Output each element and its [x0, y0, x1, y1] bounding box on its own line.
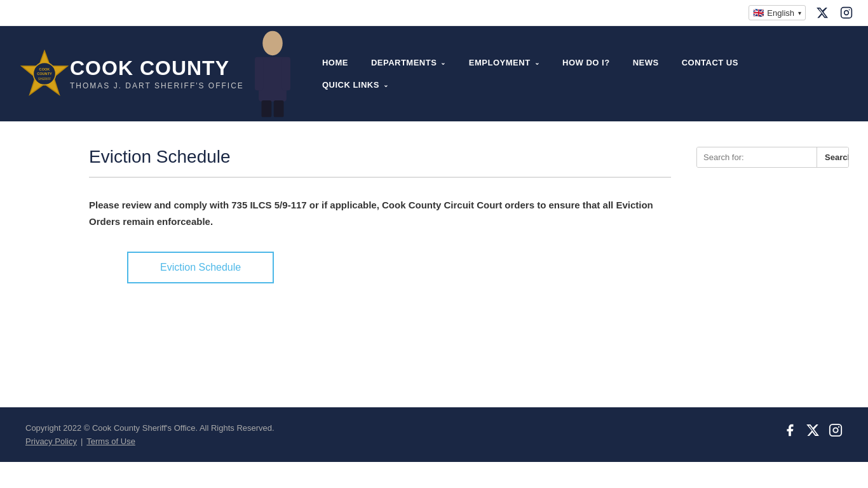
copyright-text: Copyright 2022 © Cook County Sheriff's O…	[25, 423, 275, 433]
chevron-down-icon: ▾	[798, 10, 801, 17]
svg-rect-13	[274, 100, 284, 117]
nav-departments[interactable]: DEPARTMENTS ⌄	[360, 51, 458, 74]
nav-contact-us[interactable]: CONTACT US	[670, 51, 750, 74]
search-button[interactable]: Search	[817, 147, 849, 167]
privacy-policy-link[interactable]: Privacy Policy	[25, 437, 77, 446]
content-area: Eviction Schedule Please review and comp…	[89, 147, 671, 369]
terms-of-use-link[interactable]: Terms of Use	[86, 437, 135, 446]
chevron-down-icon: ⌄	[534, 59, 540, 66]
twitter-icon-top[interactable]	[813, 4, 831, 22]
chevron-down-icon: ⌄	[440, 59, 446, 66]
svg-point-8	[262, 31, 283, 56]
site-header: COOK COUNTY SHERIFF COOK COUNTY THOMAS J…	[0, 26, 868, 121]
svg-rect-10	[255, 57, 263, 91]
org-name: COOK COUNTY	[70, 57, 244, 79]
nav-home[interactable]: HOME	[311, 51, 360, 74]
top-bar: 🇬🇧 English ▾	[0, 0, 868, 26]
svg-point-1	[844, 11, 849, 15]
svg-text:SHERIFF: SHERIFF	[38, 78, 51, 81]
svg-point-2	[849, 10, 850, 11]
sidebar: Search	[696, 147, 849, 369]
facebook-icon-footer[interactable]	[783, 423, 797, 440]
svg-point-15	[833, 428, 837, 432]
nav-employment[interactable]: EMPLOYMENT ⌄	[458, 51, 551, 74]
nav-how-do-i[interactable]: HOW DO I?	[551, 51, 621, 74]
language-label: English	[767, 8, 794, 18]
svg-rect-11	[282, 57, 290, 91]
main-nav: HOME DEPARTMENTS ⌄ EMPLOYMENT ⌄ HOW DO I…	[298, 51, 849, 96]
search-box: Search	[696, 147, 849, 168]
site-footer: Copyright 2022 © Cook County Sheriff's O…	[0, 407, 868, 462]
instagram-icon-footer[interactable]	[829, 423, 843, 440]
eviction-schedule-button[interactable]: Eviction Schedule	[127, 252, 274, 283]
nav-quick-links[interactable]: QUICK LINKS ⌄	[311, 74, 400, 96]
content-paragraph: Please review and comply with 735 ILCS 5…	[89, 197, 671, 229]
footer-social	[783, 423, 843, 440]
svg-rect-12	[261, 100, 271, 117]
language-selector[interactable]: 🇬🇧 English ▾	[749, 5, 806, 20]
chevron-down-icon: ⌄	[383, 81, 389, 88]
nav-row-1: HOME DEPARTMENTS ⌄ EMPLOYMENT ⌄ HOW DO I…	[311, 51, 849, 74]
twitter-icon-footer[interactable]	[806, 423, 820, 440]
person-image	[247, 29, 298, 118]
logo-text: COOK COUNTY THOMAS J. DART SHERIFF'S OFF…	[70, 57, 244, 90]
logo-area: COOK COUNTY SHERIFF COOK COUNTY THOMAS J…	[19, 29, 298, 118]
org-subtitle: THOMAS J. DART SHERIFF'S OFFICE	[70, 81, 244, 90]
svg-point-16	[838, 426, 839, 428]
main-content: Eviction Schedule Please review and comp…	[0, 121, 868, 407]
sheriff-badge-icon: COOK COUNTY SHERIFF	[19, 48, 70, 99]
flag-icon: 🇬🇧	[753, 8, 764, 18]
instagram-icon-top[interactable]	[837, 4, 855, 22]
footer-left: Copyright 2022 © Cook County Sheriff's O…	[25, 423, 275, 446]
footer-separator: |	[81, 437, 83, 446]
search-input[interactable]	[697, 147, 817, 167]
nav-news[interactable]: NEWS	[621, 51, 670, 74]
svg-rect-14	[830, 424, 841, 436]
nav-row-2: QUICK LINKS ⌄	[311, 74, 849, 96]
social-icons-top	[813, 4, 855, 22]
svg-rect-0	[841, 8, 852, 18]
svg-text:COOK: COOK	[39, 67, 50, 71]
svg-text:COUNTY: COUNTY	[37, 72, 52, 76]
footer-links: Privacy Policy | Terms of Use	[25, 437, 275, 446]
page-title: Eviction Schedule	[89, 147, 671, 178]
